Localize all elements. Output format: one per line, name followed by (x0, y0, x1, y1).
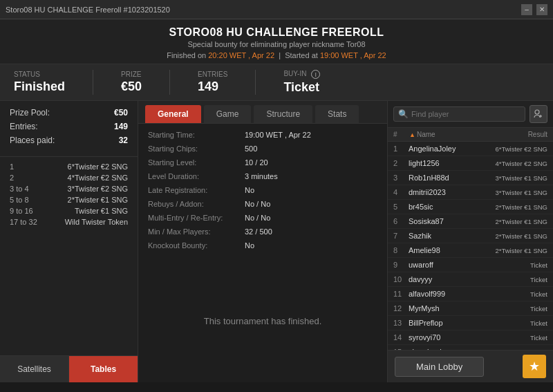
tab-game[interactable]: Game (204, 105, 252, 123)
tournament-time: Finished on 20:20 WET , Apr 22 | Started… (0, 51, 553, 59)
minimize-button[interactable]: – (521, 4, 532, 15)
player-row[interactable]: 1 AngelinaJoley 6*Twister €2 SNG (388, 142, 553, 156)
player-row[interactable]: 2 light1256 4*Twister €2 SNG (388, 156, 553, 171)
player-row[interactable]: 4 dmitrii2023 3*Twister €1 SNG (388, 185, 553, 200)
info-row: Starting Chips: 500 (148, 144, 377, 153)
tab-general[interactable]: General (145, 105, 201, 123)
player-name: BillPreflop (409, 319, 530, 327)
entries-pool-value: 149 (114, 122, 128, 131)
player-name: Sosiska87 (409, 217, 496, 225)
player-row[interactable]: 6 Sosiska87 2*Twister €1 SNG (388, 214, 553, 229)
player-result: 3*Twister €1 SNG (496, 174, 548, 182)
player-name: uwaroff (409, 261, 530, 269)
main-area: Prize Pool: €50 Entries: 149 Places paid… (0, 101, 553, 382)
player-rank: 11 (393, 290, 409, 298)
player-name: alfavolf999 (409, 290, 530, 298)
player-row[interactable]: 5 br45sic 2*Twister €1 SNG (388, 200, 553, 214)
prize-value: €50 (121, 80, 142, 94)
player-row[interactable]: 10 davyyy Ticket (388, 272, 553, 287)
info-value: 19:00 WET , Apr 22 (245, 131, 311, 139)
buyin-value: Ticket (283, 80, 320, 95)
info-label: Starting Chips: (148, 144, 245, 153)
player-row[interactable]: 7 Sazhik 2*Twister €1 SNG (388, 229, 553, 243)
tab-bar: General Game Structure Stats (138, 101, 387, 124)
payout-prize: 2*Twister €1 SNG (68, 196, 128, 204)
info-value: No / No (245, 214, 270, 222)
main-lobby-button[interactable]: Main Lobby (395, 357, 484, 377)
player-name: br45sic (409, 203, 496, 211)
info-row: Multi-Entry / Re-Entry: No / No (148, 214, 377, 222)
window-controls: – ✕ (521, 4, 547, 15)
info-row: Level Duration: 3 minutes (148, 172, 377, 180)
player-rank: 9 (393, 261, 409, 269)
stat-divider-3 (255, 70, 256, 95)
prize-pool-label: Prize Pool: (10, 108, 50, 118)
buyin-info-icon[interactable]: i (311, 70, 320, 79)
player-row[interactable]: 9 uwaroff Ticket (388, 258, 553, 272)
player-rank: 2 (393, 159, 409, 167)
player-name: dmitrii2023 (409, 188, 496, 196)
prize-pool-row: Prize Pool: €50 (10, 108, 128, 118)
buyin-stat: Buy-in i Ticket (283, 70, 320, 95)
player-rank: 5 (393, 203, 409, 211)
player-row[interactable]: 15 shershenl Ticket (388, 345, 553, 350)
stat-divider-2 (169, 70, 170, 95)
player-result: 2*Twister €1 SNG (496, 232, 548, 240)
player-result: Ticket (530, 319, 547, 327)
info-value: 32 / 500 (245, 227, 272, 236)
player-row[interactable]: 8 Amelie98 2*Twister €1 SNG (388, 243, 553, 258)
left-panel: Prize Pool: €50 Entries: 149 Places paid… (0, 101, 138, 382)
player-rank: 12 (393, 304, 409, 312)
player-row[interactable]: 3 Rob1nH88d 3*Twister €1 SNG (388, 171, 553, 185)
info-row: Late Registration: No (148, 186, 377, 194)
favorite-button[interactable]: ★ (523, 355, 546, 378)
add-friend-icon (534, 109, 543, 119)
satellites-button[interactable]: Satellites (0, 356, 69, 382)
payout-prize: 3*Twister €2 SNG (68, 185, 128, 193)
prize-pool-value: €50 (114, 108, 128, 118)
buyin-label: Buy-in i (283, 70, 320, 79)
player-result: 2*Twister €1 SNG (496, 203, 548, 211)
entries-value: 149 (198, 80, 227, 94)
player-name: Amelie98 (409, 246, 496, 254)
player-result: 3*Twister €1 SNG (496, 189, 548, 196)
svg-point-0 (535, 110, 539, 114)
player-name: MyrMysh (409, 304, 530, 312)
info-label: Rebuys / Addon: (148, 200, 245, 208)
player-row[interactable]: 12 MyrMysh Ticket (388, 301, 553, 316)
payout-row: 1 6*Twister €2 SNG (10, 162, 128, 171)
tab-stats[interactable]: Stats (315, 105, 359, 123)
player-name: AngelinaJoley (409, 144, 496, 153)
right-panel: 🔍 # ▲ Name Result 1 AngelinaJoley 6 (387, 101, 553, 382)
stat-divider-1 (93, 70, 93, 95)
search-bar: 🔍 (388, 101, 553, 128)
info-value: No (245, 186, 254, 194)
payout-prize: 4*Twister €2 SNG (68, 174, 128, 182)
info-label: Level Duration: (148, 172, 245, 180)
search-wrapper: 🔍 (393, 106, 525, 122)
close-button[interactable]: ✕ (536, 4, 547, 15)
info-value: No / No (245, 200, 270, 208)
tables-button[interactable]: Tables (69, 356, 138, 382)
player-rank: 4 (393, 188, 409, 196)
entries-row: Entries: 149 (10, 122, 128, 131)
info-label: Late Registration: (148, 186, 245, 194)
payout-place: 9 to 16 (10, 207, 44, 215)
player-name: Rob1nH88d (409, 174, 496, 182)
info-row: Rebuys / Addon: No / No (148, 200, 377, 208)
search-icon: 🔍 (398, 109, 409, 119)
search-input[interactable] (411, 110, 521, 118)
player-row[interactable]: 13 BillPreflop Ticket (388, 316, 553, 330)
player-row[interactable]: 14 syrovyi70 Ticket (388, 330, 553, 345)
player-rank: 7 (393, 232, 409, 240)
player-name: davyyy (409, 275, 530, 283)
player-row[interactable]: 11 alfavolf999 Ticket (388, 287, 553, 301)
add-friend-button[interactable] (529, 105, 547, 123)
prize-stat: Prize €50 (121, 71, 142, 94)
player-result: Ticket (530, 276, 547, 283)
started-time: 19:00 WET , Apr 22 (320, 51, 386, 59)
left-bottom-buttons: Satellites Tables (0, 355, 138, 382)
payout-place: 3 to 4 (10, 185, 44, 193)
tab-structure[interactable]: Structure (254, 105, 312, 123)
status-stat: Status Finished (14, 71, 65, 94)
